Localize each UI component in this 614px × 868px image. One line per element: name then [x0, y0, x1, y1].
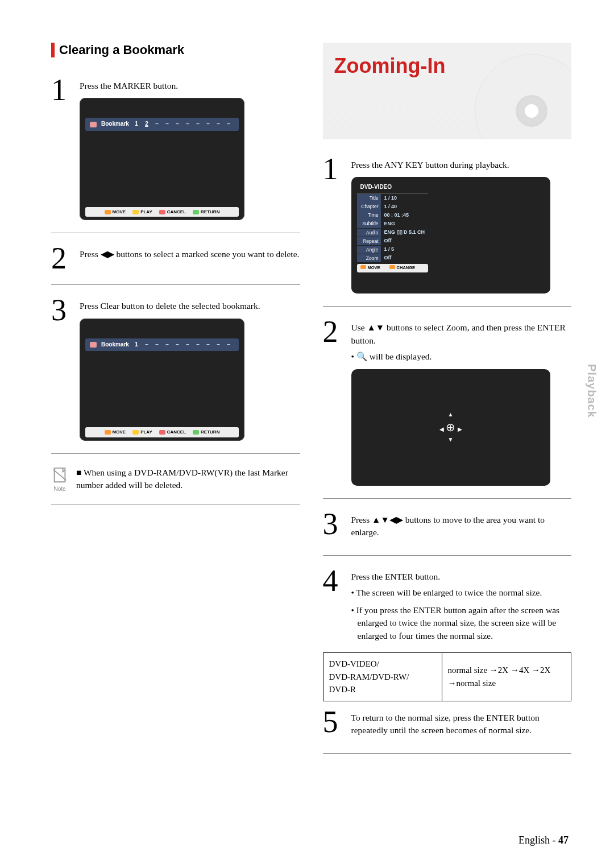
footer-cancel: CANCEL	[167, 209, 186, 216]
step-number: 2	[323, 319, 341, 345]
bullet-item: The screen will be enlarged to twice the…	[351, 586, 572, 599]
zoom-table-col2: normal size →2X →4X →2X →normal size	[442, 653, 571, 701]
row-value: Off	[381, 237, 395, 245]
footer-return: RETURN	[201, 429, 219, 436]
divider	[51, 233, 300, 233]
bm-slot: –	[144, 341, 150, 349]
cancel-icon	[159, 210, 165, 214]
footer-play: PLAY	[140, 429, 152, 436]
divider	[323, 753, 572, 754]
note-icon: Note	[51, 466, 68, 492]
note-block: Note When using a DVD-RAM/DVD-RW(VR) the…	[51, 466, 300, 492]
bookmark-icon	[90, 122, 97, 127]
step-body: Use ▲▼ buttons to select Zoom, and then …	[351, 319, 572, 485]
footer-move: MOVE	[113, 209, 126, 216]
play-icon	[132, 430, 139, 435]
step-number: 3	[323, 511, 341, 538]
bullet-item: If you press the ENTER button again afte…	[351, 604, 572, 642]
right-step-1: 1 Press the ANY KEY button during playba…	[323, 156, 572, 294]
bm-slot: 2	[144, 120, 150, 129]
move-icon	[105, 210, 111, 214]
step-number: 2	[51, 246, 69, 272]
row-label: Chapter	[357, 202, 381, 210]
bm-slot: –	[205, 341, 211, 349]
disc-graphic	[475, 54, 571, 139]
down-arrow-icon: ▼	[439, 436, 462, 444]
step-body: Press the ENTER button. The screen will …	[351, 568, 572, 647]
panel-header: DVD-VIDEO	[357, 181, 429, 194]
dvd-info-screen: DVD-VIDEO Title1 / 10 Chapter1 / 40 Time…	[351, 177, 550, 294]
row-value: 1 / 5	[381, 245, 398, 254]
title-box: Zooming-In	[323, 43, 572, 139]
bookmark-bar: Bookmark 1 2 – – – – – – – –	[85, 118, 239, 131]
row-label: Time	[357, 211, 381, 219]
cancel-icon	[159, 430, 165, 435]
right-arrow-icon: ▶	[458, 426, 462, 432]
bm-slot: 1	[134, 120, 139, 129]
bm-slot: –	[195, 341, 201, 349]
step-body: Press ▲▼◀▶ buttons to move to the area y…	[351, 511, 572, 543]
divider	[323, 555, 572, 556]
step-text: Press the ENTER button.	[351, 571, 572, 583]
bullet-list: The screen will be enlarged to twice the…	[351, 586, 572, 642]
step-body: Press the ANY KEY button during playback…	[351, 156, 572, 294]
right-column: Zooming-In 1 Press the ANY KEY button du…	[323, 43, 572, 766]
step-text: Use ▲▼ buttons to select Zoom, and then …	[351, 321, 572, 347]
left-step-3: 3 Press Clear button to delete the selec…	[51, 297, 300, 440]
divider	[323, 498, 572, 499]
zoom-indicator: ▲ ◀ ⊕ ▶ ▼	[439, 411, 462, 444]
step-text: Press Clear button to delete the selecte…	[80, 300, 300, 312]
change-icon	[389, 265, 395, 269]
row-value: 00 : 01 :45	[381, 211, 413, 220]
step-text: Press ◀▶ buttons to select a marked scen…	[80, 248, 300, 261]
step-number: 5	[323, 709, 341, 735]
bm-slot: –	[215, 120, 221, 129]
bm-slot: –	[185, 120, 190, 129]
step-number: 4	[323, 568, 341, 594]
bm-slot: –	[185, 341, 190, 349]
footer-return: RETURN	[201, 209, 219, 216]
left-section-title: Clearing a Bookmark	[51, 43, 300, 57]
left-column: Clearing a Bookmark 1 Press the MARKER b…	[51, 43, 300, 766]
bm-slot: –	[226, 120, 231, 129]
up-arrow-icon: ▲	[439, 411, 462, 419]
left-step-2: 2 Press ◀▶ buttons to select a marked sc…	[51, 246, 300, 272]
footer-play: PLAY	[140, 209, 152, 216]
step-body: Press the MARKER button. Bookmark 1 2 – …	[80, 77, 300, 220]
bm-slot: –	[175, 341, 180, 349]
move-icon	[360, 265, 366, 269]
row-label: Angle	[357, 246, 381, 254]
panel-footer: MOVE CHANGE	[357, 264, 429, 272]
bullet-list: 🔍 will be displayed.	[351, 350, 572, 363]
right-section-title: Zooming-In	[334, 54, 446, 78]
move-icon	[105, 430, 111, 435]
divider	[51, 284, 300, 285]
divider	[51, 453, 300, 454]
footer-change: CHANGE	[397, 265, 416, 270]
page-footer: English - 47	[518, 834, 569, 846]
screen-footer: MOVE PLAY CANCEL RETURN	[85, 427, 239, 437]
right-step-5: 5 To return to the normal size, press th…	[323, 709, 572, 741]
return-icon	[193, 210, 199, 214]
step-text: Press the MARKER button.	[80, 80, 300, 92]
row-label: Subtitle	[357, 220, 381, 228]
right-step-3: 3 Press ▲▼◀▶ buttons to move to the area…	[323, 511, 572, 543]
zoom-table-col1: DVD-VIDEO/ DVD-RAM/DVD-RW/ DVD-R	[323, 653, 442, 701]
row-value: ENG	[381, 220, 399, 228]
footer-move: MOVE	[368, 265, 380, 270]
row-value: 1 / 40	[381, 202, 401, 211]
step-number: 1	[323, 156, 341, 183]
left-step-1: 1 Press the MARKER button. Bookmark 1 2 …	[51, 77, 300, 220]
two-column-layout: Clearing a Bookmark 1 Press the MARKER b…	[51, 43, 571, 766]
row-value: 1 / 10	[381, 194, 401, 202]
note-text: When using a DVD-RAM/DVD-RW(VR) the last…	[76, 466, 300, 492]
step-body: Press Clear button to delete the selecte…	[80, 297, 300, 440]
return-icon	[193, 430, 199, 435]
row-value: Off	[381, 254, 395, 262]
step-text: To return to the normal size, press the …	[351, 712, 572, 737]
page-label: English -	[518, 834, 556, 846]
bookmark-screen-2: Bookmark 1 – – – – – – – – –	[80, 319, 244, 441]
bm-slot: –	[195, 120, 201, 129]
footer-cancel: CANCEL	[167, 429, 186, 436]
bm-slot: –	[154, 341, 160, 349]
